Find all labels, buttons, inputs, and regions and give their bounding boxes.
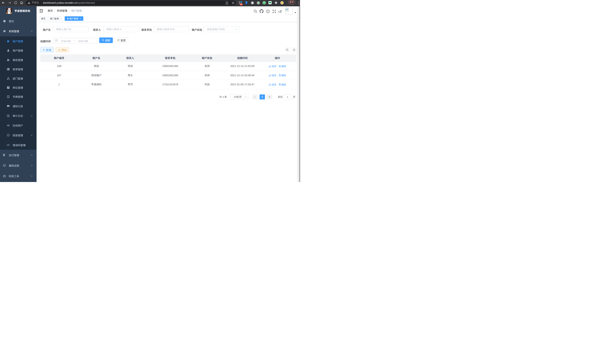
svg-text:?: ?	[267, 10, 268, 12]
